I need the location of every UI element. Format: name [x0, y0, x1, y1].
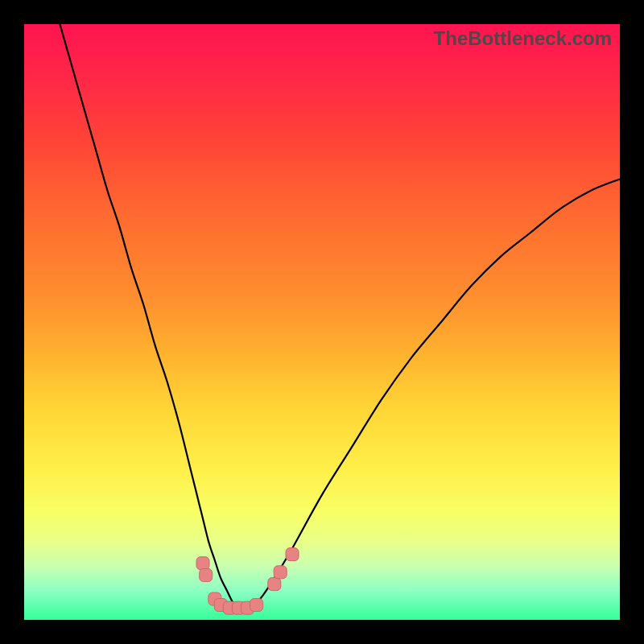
- curve-marker: [200, 569, 213, 582]
- bottleneck-curve: [60, 24, 620, 609]
- curve-marker: [196, 557, 209, 570]
- curve-markers: [196, 548, 299, 615]
- curve-marker: [286, 548, 299, 561]
- curve-svg: [24, 24, 620, 620]
- curve-marker: [268, 578, 281, 591]
- curve-marker: [250, 599, 263, 612]
- plot-area: TheBottleneck.com: [24, 24, 620, 620]
- chart-frame: TheBottleneck.com: [0, 0, 644, 644]
- curve-marker: [274, 566, 287, 579]
